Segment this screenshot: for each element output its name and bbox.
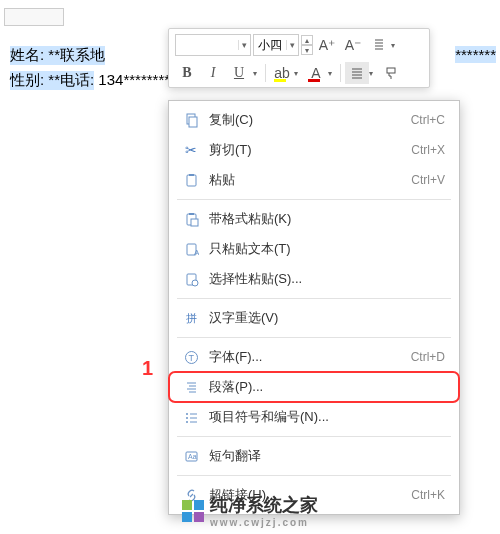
svg-rect-4: [189, 174, 194, 176]
annotation-marker: 1: [142, 357, 153, 380]
bullets-icon: [179, 408, 203, 426]
svg-point-14: [186, 413, 188, 415]
field-sex-label: 性别:: [10, 71, 44, 90]
align-justify-icon: [350, 66, 364, 80]
menu-separator: [177, 436, 451, 437]
bold-button[interactable]: B: [175, 62, 199, 84]
svg-rect-2: [189, 117, 197, 127]
paste-format-icon: [179, 210, 203, 228]
line-spacing-button[interactable]: [367, 34, 391, 56]
font-size-combo[interactable]: ▾: [253, 34, 299, 56]
menu-paste-format[interactable]: 带格式粘贴(K): [169, 204, 459, 234]
menu-cut[interactable]: ✂ 剪切(T) Ctrl+X: [169, 135, 459, 165]
decrease-font-button[interactable]: A⁻: [341, 34, 365, 56]
font-size-dropdown[interactable]: ▾: [286, 40, 298, 50]
svg-rect-0: [387, 68, 395, 73]
font-name-combo[interactable]: ▾: [175, 34, 251, 56]
underline-button[interactable]: U: [227, 62, 251, 84]
increase-font-button[interactable]: A⁺: [315, 34, 339, 56]
field-sex-value: **: [44, 71, 60, 90]
svg-point-16: [186, 421, 188, 423]
highlight-dropdown[interactable]: ▾: [294, 69, 302, 78]
menu-separator: [177, 475, 451, 476]
paste-icon: [179, 171, 203, 189]
align-button[interactable]: [345, 62, 369, 84]
menu-bullets[interactable]: 项目符号和编号(N)...: [169, 402, 459, 432]
field-name-value: **: [44, 46, 60, 65]
brand-logo-icon: [182, 500, 204, 522]
italic-button[interactable]: I: [201, 62, 225, 84]
highlight-button[interactable]: ab: [270, 62, 294, 84]
menu-translate[interactable]: Aa 短句翻译: [169, 441, 459, 471]
separator: [265, 64, 266, 82]
copy-icon: [179, 111, 203, 129]
svg-point-15: [186, 417, 188, 419]
font-name-input[interactable]: [176, 38, 238, 52]
line-spacing-icon: [371, 37, 387, 53]
paste-text-icon: A: [179, 240, 203, 258]
watermark: 纯净系统之家 www.cwjzj.com: [0, 493, 500, 528]
svg-text:A: A: [194, 248, 199, 257]
context-menu: 复制(C) Ctrl+C ✂ 剪切(T) Ctrl+X 粘贴 Ctrl+V 带格…: [168, 100, 460, 515]
svg-rect-7: [191, 219, 198, 226]
brand-url: www.cwjzj.com: [210, 517, 318, 528]
paste-special-icon: [179, 270, 203, 288]
pinyin-icon: 拼: [179, 309, 203, 327]
menu-font[interactable]: T 字体(F)... Ctrl+D: [169, 342, 459, 372]
menu-paste-text[interactable]: A 只粘贴文本(T): [169, 234, 459, 264]
svg-rect-6: [189, 213, 194, 215]
svg-rect-3: [187, 175, 196, 186]
underline-dropdown[interactable]: ▾: [253, 69, 261, 78]
svg-text:Aa: Aa: [188, 453, 197, 460]
font-color-dropdown[interactable]: ▾: [328, 69, 336, 78]
cut-icon: ✂: [179, 141, 203, 159]
ruler: [4, 8, 64, 26]
line-spacing-dropdown[interactable]: ▾: [391, 41, 399, 50]
doc-stars: *******: [455, 46, 496, 63]
mini-toolbar: ▾ ▾ ▴▾ A⁺ A⁻ ▾ B I U ▾ ab ▾ A ▾: [168, 28, 430, 88]
align-dropdown[interactable]: ▾: [369, 69, 377, 78]
menu-paste[interactable]: 粘贴 Ctrl+V: [169, 165, 459, 195]
format-painter-icon: [384, 66, 398, 80]
field-tel-label: 电话:: [60, 71, 94, 90]
svg-text:T: T: [188, 353, 194, 363]
menu-separator: [177, 337, 451, 338]
font-icon: T: [179, 348, 203, 366]
svg-point-11: [192, 280, 198, 286]
field-addr-label: 联系地: [60, 46, 105, 65]
brand-name: 纯净系统之家: [210, 493, 318, 517]
paragraph-icon: [179, 378, 203, 396]
font-size-input[interactable]: [254, 38, 286, 52]
menu-paragraph[interactable]: 段落(P)...: [169, 372, 459, 402]
font-name-dropdown[interactable]: ▾: [238, 40, 250, 50]
field-name-label: 姓名:: [10, 46, 44, 65]
menu-copy[interactable]: 复制(C) Ctrl+C: [169, 105, 459, 135]
separator: [340, 64, 341, 82]
menu-paste-special[interactable]: 选择性粘贴(S)...: [169, 264, 459, 294]
font-size-stepper[interactable]: ▴▾: [301, 35, 313, 55]
menu-pinyin[interactable]: 拼 汉字重选(V): [169, 303, 459, 333]
field-tel-value: 134********: [94, 71, 170, 90]
menu-separator: [177, 298, 451, 299]
translate-icon: Aa: [179, 447, 203, 465]
menu-separator: [177, 199, 451, 200]
format-painter-button[interactable]: [379, 62, 403, 84]
font-color-button[interactable]: A: [304, 62, 328, 84]
